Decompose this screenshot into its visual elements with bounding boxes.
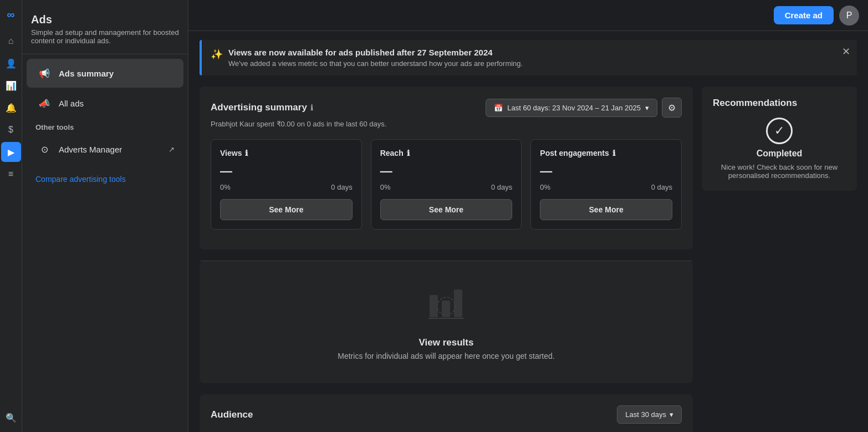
post-engagements-see-more-button[interactable]: See More [540,199,672,220]
content-area: ✨ Views are now available for ads publis… [188,31,868,432]
audience-title: Audience [211,409,253,420]
reach-days: 0 days [491,183,512,191]
calendar-icon: 📅 [494,104,503,112]
post-engagements-metric-header: Post engagements ℹ [540,149,672,157]
ads-summary-icon: 📢 [35,64,53,82]
post-engagements-label: Post engagements [540,149,609,157]
app-logo[interactable]: ∞ [1,4,21,24]
recommendations-title: Recommendations [713,98,846,109]
post-engagements-percent: 0% [540,183,550,191]
icon-sidebar: ∞ ⌂ 👤 📊 🔔 $ ▶ ≡ 🔍 [0,0,22,432]
banner-text: Views are now available for ads publishe… [228,48,523,68]
settings-icon: ⚙ [668,103,676,113]
main-content: Create ad P ✨ Views are now available fo… [188,0,868,432]
views-info-icon[interactable]: ℹ [245,149,248,157]
recommendations-card: Recommendations ✓ Completed Nice work! C… [702,87,857,191]
view-results-title: View results [419,337,474,348]
user-avatar[interactable]: P [839,6,859,26]
external-link-icon: ↗ [169,145,175,154]
left-nav: Ads Simple ad setup and management for b… [22,0,188,432]
svg-rect-2 [454,289,462,317]
recommendations-panel: Recommendations ✓ Completed Nice work! C… [702,87,857,432]
ads-icon[interactable]: ▶ [1,142,21,162]
metrics-grid: Views ℹ — 0% 0 days See More [211,139,682,230]
reach-info-icon[interactable]: ℹ [407,149,410,157]
view-results-subtitle: Metrics for individual ads will appear h… [338,352,554,360]
completed-message: Nice work! Check back soon for new perso… [713,163,846,180]
main-left-col: Advertising summary ℹ 📅 Last 60 days: 23… [200,87,693,432]
post-engagements-stats: 0% 0 days [540,183,672,191]
bell-icon[interactable]: 🔔 [1,98,21,118]
view-results-section: View results Metrics for individual ads … [200,261,693,383]
banner-title: Views are now available for ads publishe… [228,48,523,57]
reach-metric-header: Reach ℹ [380,149,513,157]
chart-icon[interactable]: 📊 [1,75,21,95]
completed-check-circle: ✓ [766,118,793,144]
compare-advertising-tools-link[interactable]: Compare advertising tools [22,170,188,188]
summary-subtitle: Prabhjot Kaur spent ₹0.00 on 0 ads in th… [211,120,682,128]
chevron-down-icon-2: ▾ [670,410,673,419]
search-icon[interactable]: 🔍 [1,408,21,428]
settings-icon-button[interactable]: ⚙ [662,98,682,118]
other-tools-label: Other tools [22,119,188,134]
audience-section: Audience Last 30 days ▾ [200,394,693,432]
audience-days-dropdown[interactable]: Last 30 days ▾ [617,405,682,424]
empty-state-illustration [424,284,468,328]
banner-close-button[interactable]: ✕ [842,45,850,58]
nav-item-ads-summary[interactable]: 📢 Ads summary [27,59,183,88]
views-label: Views [220,149,242,157]
chevron-down-icon: ▾ [645,104,649,112]
top-bar: Create ad P [188,0,868,31]
views-value: — [220,164,353,179]
completed-status: Completed [757,149,803,159]
views-see-more-button[interactable]: See More [220,199,353,220]
views-metric-header: Views ℹ [220,149,353,157]
adverts-manager-icon: ⊙ [35,140,53,158]
dollar-icon[interactable]: $ [1,120,21,140]
app-subtitle: Simple ad setup and management for boost… [31,28,179,45]
all-ads-icon: 📣 [35,94,53,112]
reach-stats: 0% 0 days [380,183,513,191]
metric-card-views: Views ℹ — 0% 0 days See More [211,139,362,230]
date-range-button[interactable]: 📅 Last 60 days: 23 Nov 2024 – 21 Jan 202… [486,99,657,117]
reach-percent: 0% [380,183,391,191]
svg-rect-0 [430,295,438,317]
post-engagements-days: 0 days [651,183,672,191]
nav-item-all-ads[interactable]: 📣 All ads [27,89,183,118]
metric-card-post-engagements: Post engagements ℹ — 0% 0 days See More [530,139,682,230]
create-ad-button[interactable]: Create ad [774,6,834,24]
main-columns: Advertising summary ℹ 📅 Last 60 days: 23… [200,87,857,432]
app-title: Ads [31,13,179,26]
banner-sparkle-icon: ✨ [211,48,223,60]
completed-check: ✓ Completed Nice work! Check back soon f… [713,118,846,180]
notification-banner: ✨ Views are now available for ads publis… [200,40,857,75]
post-engagements-value: — [540,164,672,179]
date-range-selector: 📅 Last 60 days: 23 Nov 2024 – 21 Jan 202… [486,98,682,118]
date-range-label: Last 60 days: 23 Nov 2024 – 21 Jan 2025 [507,104,641,112]
all-ads-label: All ads [59,99,84,108]
reach-label: Reach [380,149,404,157]
advertising-summary-section: Advertising summary ℹ 📅 Last 60 days: 23… [200,87,693,250]
views-stats: 0% 0 days [220,183,353,191]
summary-header: Advertising summary ℹ 📅 Last 60 days: 23… [211,98,682,118]
nav-item-adverts-manager[interactable]: ⊙ Adverts Manager ↗ [27,135,183,164]
views-days: 0 days [331,183,352,191]
metric-card-reach: Reach ℹ — 0% 0 days See More [371,139,522,230]
summary-title: Advertising summary [211,102,307,113]
people-icon[interactable]: 👤 [1,53,21,73]
ads-summary-label: Ads summary [59,69,114,78]
reach-value: — [380,164,513,179]
banner-subtitle: We've added a views metric so that you c… [228,59,523,68]
adverts-manager-label: Adverts Manager [59,145,122,154]
nav-header: Ads Simple ad setup and management for b… [22,9,188,54]
views-percent: 0% [220,183,231,191]
menu-icon[interactable]: ≡ [1,164,21,184]
audience-header: Audience Last 30 days ▾ [211,405,682,424]
summary-header-left: Advertising summary ℹ [211,102,313,113]
days-label: Last 30 days [625,410,666,419]
post-engagements-info-icon[interactable]: ℹ [612,149,615,157]
home-icon[interactable]: ⌂ [1,31,21,51]
reach-see-more-button[interactable]: See More [380,199,513,220]
summary-info-icon[interactable]: ℹ [310,103,313,112]
